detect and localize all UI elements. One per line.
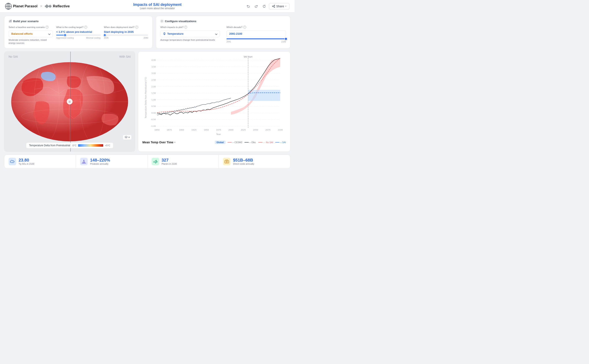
decade-min-label: 2041 bbox=[226, 40, 231, 43]
svg-text:1975: 1975 bbox=[216, 129, 221, 131]
stat-planes: 327 Planes in 2100 bbox=[147, 155, 219, 168]
svg-rect-19 bbox=[11, 20, 12, 22]
refresh-button[interactable] bbox=[261, 3, 267, 9]
header: Planet Parasol × Reflective Impacts of S… bbox=[0, 0, 294, 13]
baseline-chevron-icon bbox=[48, 32, 50, 35]
decade-label: Which decade? ? bbox=[226, 26, 286, 29]
cooling-value: < 1.5°C above pre-industrial bbox=[56, 30, 101, 33]
map-drag-handle[interactable]: ||| bbox=[67, 99, 73, 104]
viz-panel-title: Configure visualizations bbox=[160, 20, 286, 23]
cooling-slider-labels: Aggressive cooling Minimal cooling bbox=[56, 37, 101, 39]
page-subtitle: Learn more about the simulator bbox=[133, 7, 182, 10]
svg-point-13 bbox=[272, 6, 273, 7]
stat-volcano-icon bbox=[80, 158, 88, 165]
impacts-help-icon[interactable]: ? bbox=[184, 26, 187, 29]
decade-max-label: 2100 bbox=[281, 40, 286, 43]
chart-dropdown-icon: ▾ bbox=[174, 141, 175, 144]
map-label-with-sai: With SAI bbox=[119, 55, 131, 58]
baseline-label: Select a baseline warming scenario ? bbox=[9, 26, 53, 29]
svg-text:2075: 2075 bbox=[265, 129, 271, 131]
svg-text:1850: 1850 bbox=[154, 129, 159, 131]
impacts-chevron-icon bbox=[215, 32, 217, 35]
map-panel: No SAI With SAI ||| bbox=[4, 52, 135, 152]
svg-text:2.00: 2.00 bbox=[152, 85, 156, 88]
deploy-value: Start deploying in 2035 bbox=[104, 30, 148, 33]
baseline-help-icon[interactable]: ? bbox=[46, 26, 48, 29]
stat-costs: $51B–68B Direct costs annually bbox=[219, 155, 290, 168]
impacts-label: Which impacts to plot? ? bbox=[160, 26, 220, 29]
deploy-max-label: 2090 bbox=[144, 37, 148, 39]
share-button[interactable]: Share ▾ bbox=[269, 3, 290, 9]
cooling-help-icon[interactable]: ? bbox=[84, 26, 87, 29]
svg-text:Temperature Delta from Preindu: Temperature Delta from Preindustrial (°C… bbox=[145, 77, 147, 118]
reflective-text: Reflective bbox=[53, 4, 70, 8]
impacts-group: Which impacts to plot? ? Temperature bbox=[160, 26, 220, 43]
svg-rect-11 bbox=[51, 6, 51, 7]
legend-obs-label: – Obs. bbox=[250, 141, 256, 143]
stat-pinatubo-label: Pinatubo annually bbox=[90, 162, 110, 165]
temperature-chart: Temperature Delta from Preindustrial (°C… bbox=[142, 56, 286, 139]
svg-rect-73 bbox=[225, 161, 229, 163]
svg-text:3.50: 3.50 bbox=[152, 66, 156, 68]
stat-pinatubo-text: 148–220% Pinatubo annually bbox=[90, 158, 110, 165]
map-label-no-sai: No SAI bbox=[9, 55, 18, 58]
svg-rect-10 bbox=[50, 5, 50, 8]
cloud-icon bbox=[10, 160, 15, 163]
reflective-logo: Reflective bbox=[45, 4, 70, 8]
logo-area: Planet Parasol × Reflective bbox=[5, 3, 70, 10]
decade-group: Which decade? ? 2091-2100 2041 bbox=[226, 26, 286, 43]
viz-panel: Configure visualizations Which impacts t… bbox=[156, 16, 290, 48]
redo-button[interactable] bbox=[253, 3, 259, 9]
svg-text:-1.00: -1.00 bbox=[151, 125, 156, 127]
share-chevron-icon: ▾ bbox=[285, 5, 286, 7]
svg-point-74 bbox=[226, 161, 227, 162]
stat-so2-text: 23.80 Tg SO₂ in 2100 bbox=[19, 158, 34, 165]
decade-slider[interactable] bbox=[226, 39, 286, 39]
decade-help-icon[interactable]: ? bbox=[243, 26, 246, 29]
svg-rect-6 bbox=[47, 4, 47, 8]
cooling-max-label: Minimal cooling bbox=[86, 37, 101, 39]
svg-text:1950: 1950 bbox=[204, 129, 209, 131]
impacts-dropdown[interactable]: Temperature bbox=[160, 30, 220, 37]
undo-icon bbox=[246, 4, 250, 8]
map-layer-button[interactable]: ▾ bbox=[123, 135, 132, 140]
svg-rect-8 bbox=[48, 6, 49, 7]
svg-text:2025: 2025 bbox=[241, 129, 246, 131]
viz-row: No SAI With SAI ||| bbox=[4, 52, 290, 152]
cooling-label: What is the cooling target? ? bbox=[56, 26, 101, 29]
header-title-area: Impacts of SAI deployment Learn more abo… bbox=[133, 2, 182, 10]
baseline-dropdown[interactable]: Balanced efforts bbox=[9, 30, 53, 37]
stat-so2-value: 23.80 bbox=[19, 158, 34, 162]
plane-icon bbox=[153, 160, 158, 163]
deploy-slider[interactable] bbox=[104, 35, 148, 36]
global-badge[interactable]: Global bbox=[215, 141, 225, 144]
layers-icon bbox=[125, 136, 128, 139]
stat-planes-value: 327 bbox=[162, 158, 177, 162]
svg-text:1.50: 1.50 bbox=[152, 92, 156, 94]
scenario-panel-title: Build your scenario bbox=[9, 20, 148, 23]
deploy-help-icon[interactable]: ? bbox=[135, 26, 138, 29]
planet-parasol-text: Planet Parasol bbox=[13, 4, 37, 8]
cooling-slider[interactable] bbox=[56, 35, 101, 36]
deploy-label: When does deployment start? ? bbox=[104, 26, 148, 29]
decade-dropdown[interactable]: 2091-2100 bbox=[226, 30, 286, 37]
chart-title-area[interactable]: Mean Temp Over Time ▾ bbox=[142, 141, 175, 144]
scenario-controls: Select a baseline warming scenario ? Bal… bbox=[9, 26, 148, 45]
svg-text:2000: 2000 bbox=[228, 129, 233, 131]
planet-parasol-icon bbox=[5, 3, 12, 10]
stat-pinatubo: 148–220% Pinatubo annually bbox=[76, 155, 147, 168]
redo-icon bbox=[254, 4, 258, 8]
svg-text:4.00: 4.00 bbox=[152, 59, 156, 61]
svg-rect-71 bbox=[248, 90, 280, 101]
stat-so2: 23.80 Tg SO₂ in 2100 bbox=[4, 155, 76, 168]
stat-planes-text: 327 Planes in 2100 bbox=[162, 158, 177, 165]
legend-cesm2-label: – CESM2 bbox=[232, 141, 242, 143]
svg-text:0.00: 0.00 bbox=[152, 112, 156, 114]
stat-planes-label: Planes in 2100 bbox=[162, 162, 177, 165]
svg-text:2100: 2100 bbox=[278, 129, 283, 131]
map-legend-max: +5°C bbox=[105, 144, 110, 147]
map-legend-scale bbox=[78, 144, 103, 147]
svg-point-14 bbox=[274, 7, 275, 7]
config-row: Build your scenario Select a baseline wa… bbox=[4, 16, 290, 48]
undo-button[interactable] bbox=[245, 3, 251, 9]
